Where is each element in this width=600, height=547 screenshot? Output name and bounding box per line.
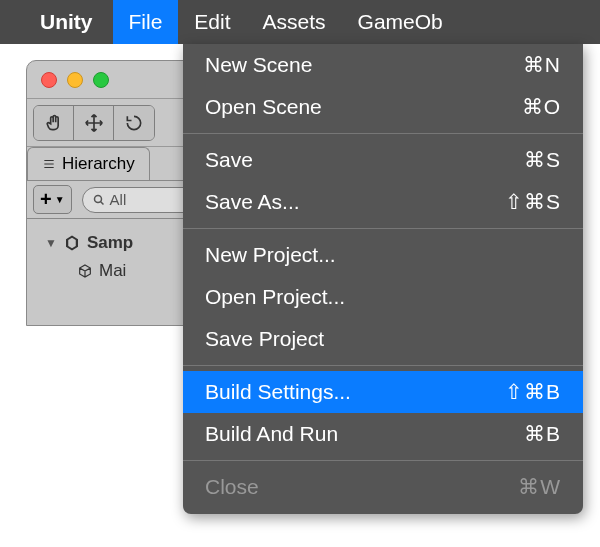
tree-item-label: Mai: [99, 261, 126, 281]
chevron-down-icon: ▼: [55, 194, 65, 205]
menu-item-label: Open Scene: [205, 95, 322, 119]
menu-item-shortcut: ⌘S: [524, 148, 561, 172]
rotate-icon: [124, 113, 144, 133]
move-arrows-icon: [84, 113, 104, 133]
menu-item-build-and-run[interactable]: Build And Run⌘B: [183, 413, 583, 455]
menu-item-shortcut: ⇧⌘S: [505, 190, 561, 214]
menu-item-save-project[interactable]: Save Project: [183, 318, 583, 360]
search-icon: [93, 194, 105, 206]
menu-item-shortcut: ⌘B: [524, 422, 561, 446]
menu-separator: [183, 133, 583, 134]
hand-tool-button[interactable]: [34, 106, 74, 140]
mac-menubar: Unity File Edit Assets GameOb: [0, 0, 600, 44]
transform-tool-segment: [33, 105, 155, 141]
list-icon: [42, 157, 56, 171]
hierarchy-tab-label: Hierarchy: [62, 154, 135, 174]
rotate-tool-button[interactable]: [114, 106, 154, 140]
menu-item-label: Save Project: [205, 327, 324, 351]
file-menu-dropdown: New Scene⌘NOpen Scene⌘OSave⌘SSave As...⇧…: [183, 44, 583, 514]
menu-item-label: New Scene: [205, 53, 312, 77]
menu-separator: [183, 228, 583, 229]
menu-item-label: New Project...: [205, 243, 336, 267]
unity-logo-icon: [63, 234, 81, 252]
menu-item-label: Save As...: [205, 190, 300, 214]
menu-item-shortcut: ⌘W: [518, 475, 561, 499]
menu-item-build-settings[interactable]: Build Settings...⇧⌘B: [183, 371, 583, 413]
menu-edit[interactable]: Edit: [178, 0, 246, 44]
plus-icon: +: [40, 188, 52, 211]
menu-item-save-as[interactable]: Save As...⇧⌘S: [183, 181, 583, 223]
cube-outline-icon: [77, 263, 93, 279]
menu-assets[interactable]: Assets: [247, 0, 342, 44]
menu-gameobject[interactable]: GameOb: [342, 0, 459, 44]
svg-point-0: [94, 195, 101, 202]
menu-separator: [183, 460, 583, 461]
menu-item-shortcut: ⌘O: [522, 95, 561, 119]
menu-item-label: Open Project...: [205, 285, 345, 309]
menu-file[interactable]: File: [113, 0, 179, 44]
disclosure-triangle-icon[interactable]: ▼: [45, 236, 57, 250]
menu-item-label: Close: [205, 475, 259, 499]
hierarchy-create-dropdown[interactable]: + ▼: [33, 185, 72, 214]
move-tool-button[interactable]: [74, 106, 114, 140]
close-window-button[interactable]: [41, 72, 57, 88]
menu-item-open-project[interactable]: Open Project...: [183, 276, 583, 318]
menu-item-label: Build Settings...: [205, 380, 351, 404]
hierarchy-tab[interactable]: Hierarchy: [27, 147, 150, 180]
zoom-window-button[interactable]: [93, 72, 109, 88]
menu-separator: [183, 365, 583, 366]
menu-item-label: Save: [205, 148, 253, 172]
menu-item-new-project[interactable]: New Project...: [183, 234, 583, 276]
search-placeholder: All: [110, 191, 127, 208]
app-name[interactable]: Unity: [40, 10, 93, 34]
hand-icon: [44, 113, 64, 133]
menu-item-shortcut: ⌘N: [523, 53, 561, 77]
menu-item-label: Build And Run: [205, 422, 338, 446]
menu-item-close: Close⌘W: [183, 466, 583, 508]
menu-item-shortcut: ⇧⌘B: [505, 380, 561, 404]
minimize-window-button[interactable]: [67, 72, 83, 88]
menu-item-save[interactable]: Save⌘S: [183, 139, 583, 181]
menu-item-new-scene[interactable]: New Scene⌘N: [183, 44, 583, 86]
menu-item-open-scene[interactable]: Open Scene⌘O: [183, 86, 583, 128]
tree-scene-label: Samp: [87, 233, 133, 253]
